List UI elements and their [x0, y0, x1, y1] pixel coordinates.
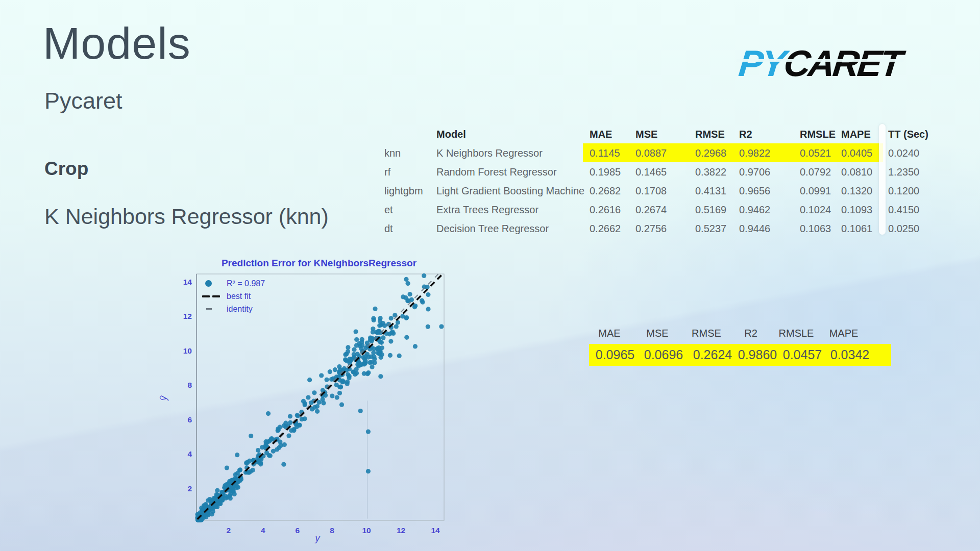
cell-mse: 0.2674 [635, 204, 667, 216]
scatter-point [426, 324, 430, 329]
scatter-point [315, 404, 320, 409]
scatter-point [439, 324, 444, 329]
identity-line-marker-icon [202, 308, 227, 310]
scatter-point [412, 305, 417, 309]
cell-rmsle: 0.1063 [800, 223, 831, 235]
column-header: RMSLE [779, 328, 814, 339]
logo-slit-decoration [736, 59, 904, 62]
cell-rmsle: 0.1024 [800, 204, 831, 216]
cell-rmse: 0.3822 [695, 166, 726, 178]
logo-text-py: PY [737, 43, 786, 84]
y-tick-label: 8 [187, 381, 192, 389]
legend-label-identity: identity [227, 305, 253, 314]
cell-mape: 0.1061 [841, 223, 872, 235]
scatter-point [368, 360, 372, 365]
metric-value: 0.2624 [693, 347, 732, 362]
scatter-point [354, 343, 359, 348]
cell-r2: 0.9462 [739, 204, 770, 216]
scatter-point [362, 362, 367, 366]
scatter-point [397, 354, 402, 358]
column-header: MAPE [829, 328, 859, 339]
x-tick-label: 12 [397, 526, 405, 535]
legend-row-identity: identity [202, 303, 265, 315]
scatter-point [377, 323, 382, 328]
scatter-point [325, 378, 329, 382]
best-fit-line-marker-icon [202, 295, 227, 297]
column-header: MAE [590, 129, 612, 140]
y-tick-label: 12 [183, 312, 192, 320]
scatter-point [235, 471, 240, 475]
scatter-point [352, 347, 356, 352]
cell-mae: 0.2662 [590, 223, 621, 235]
scatter-point [354, 329, 358, 334]
cell-rmse: 0.5169 [695, 204, 726, 216]
scatter-point [378, 319, 382, 323]
model-comparison-table: ModelMAEMSERMSER2RMSLEMAPETT (Sec)knnK N… [378, 122, 949, 239]
x-tick-label: 14 [431, 526, 440, 535]
scatter-point [319, 373, 324, 378]
page-title: Models [43, 17, 191, 69]
scatter-point [389, 316, 394, 320]
scatter-point [215, 488, 219, 493]
scatter-point [422, 273, 426, 278]
cell-tt: 0.1200 [888, 185, 919, 197]
selected-model-label: K Neighbors Regressor (knn) [44, 204, 329, 229]
y-tick-label: 10 [183, 346, 192, 355]
scatter-point [363, 354, 368, 359]
scatter-point [244, 461, 249, 466]
cell-tt: 0.4150 [888, 204, 919, 216]
scatter-point [378, 350, 382, 355]
scatter-point [375, 331, 380, 335]
scatter-point [366, 469, 371, 473]
scatter-point [420, 298, 424, 303]
scatter-point [371, 316, 376, 321]
cell-rmsle: 0.0792 [800, 166, 831, 178]
cell-model: Light Gradient Boosting Machine [436, 185, 584, 197]
row-index: dt [384, 223, 393, 235]
scatter-point [301, 399, 306, 404]
scatter-point [346, 345, 350, 349]
column-header: Model [436, 129, 466, 140]
column-header: TT (Sec) [888, 129, 928, 140]
row-index: knn [384, 147, 401, 159]
vertical-scrollbar[interactable] [879, 124, 886, 235]
scatter-point [288, 414, 292, 418]
scatter-point [359, 340, 364, 344]
scatter-point [388, 353, 393, 358]
cell-model: Decision Tree Regressor [436, 223, 549, 235]
scatter-point [225, 465, 229, 470]
scatter-point [358, 409, 363, 413]
scatter-point [235, 453, 239, 457]
column-header: MAE [598, 328, 620, 339]
cell-mse: 0.0887 [635, 147, 667, 159]
holdout-metrics-table: MAEMSERMSER2RMSLEMAPE0.09650.06960.26240… [587, 323, 895, 372]
cell-mape: 0.0405 [841, 147, 872, 159]
scatter-point [382, 323, 387, 328]
scatter-point [306, 395, 310, 399]
scatter-point [355, 352, 360, 357]
x-tick-label: 2 [227, 526, 231, 535]
scatter-point [281, 462, 286, 467]
scatter-point [276, 428, 281, 433]
cell-tt: 0.0240 [888, 147, 919, 159]
scatter-point [224, 494, 228, 498]
scatter-point [317, 400, 322, 405]
cell-rmse: 0.2968 [695, 147, 726, 159]
scatter-point [330, 394, 334, 398]
cell-mse: 0.2756 [635, 223, 667, 235]
scatter-point [291, 428, 296, 433]
y-tick-label: 6 [187, 415, 192, 424]
scatter-point [220, 490, 225, 494]
slide-canvas: Models Pycaret Crop K Neighbors Regresso… [0, 0, 980, 551]
section-label: Crop [44, 158, 88, 180]
scatter-point [251, 468, 255, 472]
cell-model: K Neighbors Regressor [436, 147, 543, 159]
scatter-point [394, 324, 399, 329]
scatter-point [408, 292, 412, 296]
scatter-point [378, 374, 383, 379]
legend-row-best-fit: best fit [202, 290, 265, 303]
scatter-plot-canvas: 24681012142468101214 [138, 251, 475, 551]
scatter-point [234, 485, 238, 490]
row-index: rf [384, 166, 390, 178]
column-header: MSE [646, 328, 668, 339]
